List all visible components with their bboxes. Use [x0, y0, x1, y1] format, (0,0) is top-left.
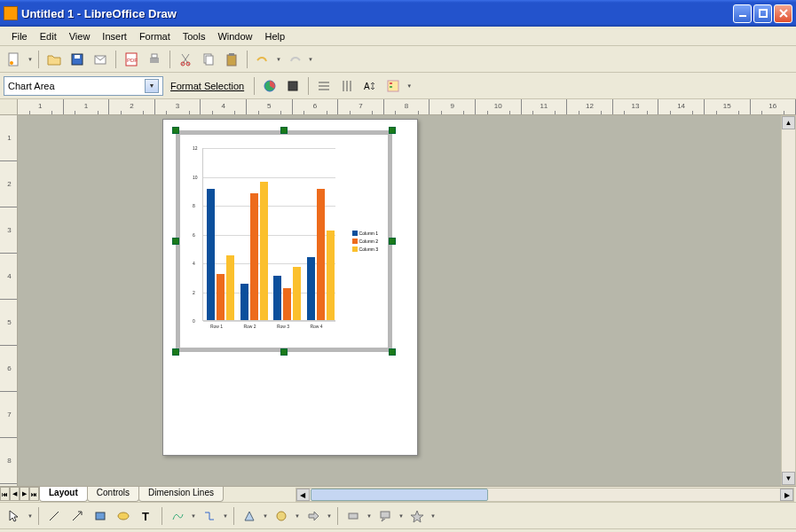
status-bar: Chart Area selected * [0, 528, 796, 532]
svg-text:PDF: PDF [127, 58, 138, 63]
paste-button[interactable] [221, 49, 242, 70]
svg-point-28 [277, 512, 286, 520]
block-arrows-tool[interactable] [303, 505, 324, 527]
ellipse-tool[interactable] [113, 505, 134, 527]
print-button[interactable] [144, 49, 165, 70]
grid-v-button[interactable] [336, 75, 358, 97]
resize-handle[interactable] [172, 238, 179, 245]
curve-tool[interactable] [167, 505, 188, 527]
menu-edit[interactable]: Edit [34, 29, 63, 43]
svg-rect-14 [206, 56, 213, 65]
vertical-scrollbar[interactable]: ▲ ▼ [781, 115, 796, 486]
menu-help[interactable]: Help [259, 29, 292, 43]
chart-object[interactable]: 024681012Row 1Row 2Row 3Row 4 Column 1Co… [176, 130, 392, 352]
scroll-down-icon[interactable]: ▼ [782, 472, 795, 485]
undo-button[interactable] [252, 49, 273, 70]
basic-shapes-tool[interactable] [239, 505, 260, 527]
connector-dropdown[interactable]: ▼ [222, 513, 229, 519]
stars-tool[interactable] [406, 505, 428, 527]
menu-format[interactable]: Format [133, 29, 177, 43]
tab-last-button[interactable]: ⏭ [29, 487, 39, 501]
chart-element-select[interactable]: Chart Area ▼ [4, 76, 163, 96]
redo-dropdown[interactable]: ▼ [307, 57, 314, 62]
svg-rect-30 [381, 512, 390, 518]
legend-button[interactable] [382, 75, 404, 97]
canvas[interactable]: 024681012Row 1Row 2Row 3Row 4 Column 1Co… [18, 115, 781, 486]
scale-text-button[interactable]: A [359, 75, 381, 97]
tab-next-button[interactable]: ▶ [20, 487, 29, 501]
svg-rect-29 [349, 513, 358, 519]
tab-dimension-lines[interactable]: Dimension Lines [138, 487, 224, 502]
scrollbar-thumb[interactable] [311, 489, 488, 501]
curve-dropdown[interactable]: ▼ [190, 513, 197, 519]
resize-handle[interactable] [389, 127, 396, 134]
save-button[interactable] [67, 49, 88, 70]
scroll-left-icon[interactable]: ◀ [296, 489, 310, 501]
symbol-dropdown[interactable]: ▼ [294, 513, 301, 519]
undo-dropdown[interactable]: ▼ [275, 57, 282, 62]
svg-line-24 [73, 512, 81, 520]
menu-window[interactable]: Window [211, 29, 258, 43]
tab-prev-button[interactable]: ◀ [10, 487, 20, 501]
minimize-button[interactable] [733, 4, 752, 23]
menu-file[interactable]: File [5, 29, 34, 43]
symbol-shapes-tool[interactable] [271, 505, 292, 527]
menu-view[interactable]: View [63, 29, 97, 43]
separator [38, 51, 39, 68]
line-tool[interactable] [43, 505, 65, 527]
email-button[interactable] [90, 49, 111, 70]
flowchart-tool[interactable] [343, 505, 364, 527]
callout-dropdown[interactable]: ▼ [398, 513, 405, 519]
resize-handle[interactable] [280, 127, 288, 134]
flowchart-dropdown[interactable]: ▼ [366, 513, 373, 519]
open-button[interactable] [43, 49, 65, 70]
callout-tool[interactable] [374, 505, 396, 527]
horizontal-ruler: 112345678910111213141516 [0, 99, 796, 115]
pdf-button[interactable]: PDF [121, 49, 142, 70]
chevron-down-icon[interactable]: ▼ [145, 79, 159, 93]
page[interactable]: 024681012Row 1Row 2Row 3Row 4 Column 1Co… [162, 119, 418, 456]
tab-controls[interactable]: Controls [87, 487, 139, 502]
resize-handle[interactable] [172, 348, 179, 356]
separator [162, 507, 162, 525]
redo-button[interactable] [284, 49, 305, 70]
tab-first-button[interactable]: ⏮ [0, 487, 10, 501]
chart-area[interactable]: 024681012Row 1Row 2Row 3Row 4 Column 1Co… [185, 139, 383, 343]
maximize-button[interactable] [753, 4, 772, 23]
arrows-dropdown[interactable]: ▼ [326, 513, 333, 519]
cut-button[interactable] [175, 49, 196, 70]
copy-button[interactable] [198, 49, 219, 70]
new-dropdown[interactable]: ▼ [27, 57, 34, 62]
chart-type-button[interactable] [259, 75, 280, 97]
select-dropdown[interactable]: ▼ [27, 513, 34, 519]
svg-rect-5 [75, 55, 80, 59]
separator [115, 51, 116, 68]
tab-layout[interactable]: Layout [39, 487, 88, 502]
arrow-tool[interactable] [67, 505, 88, 527]
scroll-right-icon[interactable]: ▶ [780, 489, 793, 501]
rectangle-tool[interactable] [90, 505, 111, 527]
new-button[interactable] [4, 49, 25, 70]
select-tool[interactable] [4, 505, 25, 527]
chart-3d-button[interactable] [282, 75, 303, 97]
separator [38, 507, 39, 525]
stars-dropdown[interactable]: ▼ [430, 513, 437, 519]
scroll-up-icon[interactable]: ▲ [782, 116, 795, 129]
connector-tool[interactable] [199, 505, 220, 527]
title-bar: Untitled 1 - LibreOffice Draw [0, 0, 796, 27]
resize-handle[interactable] [389, 348, 396, 356]
separator [254, 77, 255, 95]
close-button[interactable] [774, 4, 792, 23]
resize-handle[interactable] [280, 348, 288, 356]
menu-insert[interactable]: Insert [96, 29, 133, 43]
shapes-dropdown[interactable]: ▼ [262, 513, 269, 519]
resize-handle[interactable] [389, 238, 396, 245]
text-tool[interactable]: T [136, 505, 157, 527]
grid-h-button[interactable] [313, 75, 335, 97]
svg-rect-10 [152, 54, 157, 58]
horizontal-scrollbar[interactable]: ◀ ▶ [296, 488, 794, 502]
legend-dropdown[interactable]: ▼ [406, 83, 413, 89]
menu-tools[interactable]: Tools [177, 29, 212, 43]
resize-handle[interactable] [172, 127, 179, 134]
format-selection-button[interactable]: Format Selection [165, 81, 249, 91]
